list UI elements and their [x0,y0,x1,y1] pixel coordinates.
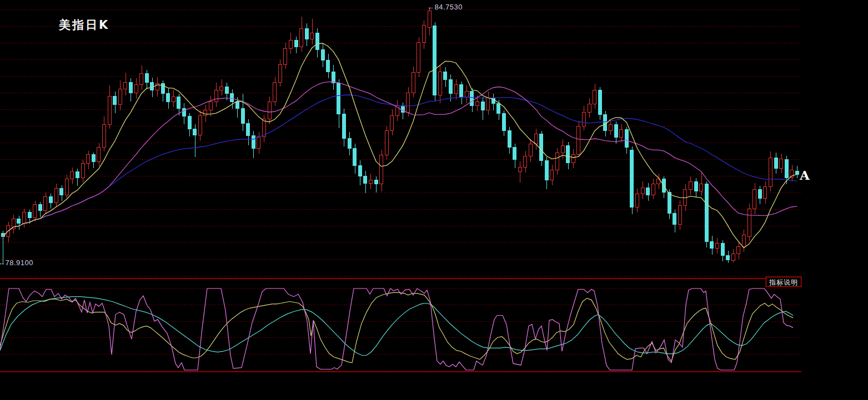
highest-price-marker: ←84.7530 [427,3,463,11]
main-gridlines [0,10,801,276]
point-a-annotation: A [800,168,810,183]
sub-gridlines [0,289,801,355]
chart-canvas[interactable] [0,0,868,400]
panel-separators [0,279,801,372]
kdj-k-line [0,292,793,362]
trading-chart-window: 美指日K ←84.7530 ←78.9100 A 指标说明 [0,0,868,400]
lowest-price-marker: ←78.9100 [0,259,33,267]
kdj-j-line [0,288,793,370]
indicator-description-button[interactable]: 指标说明 [766,277,801,287]
page-title: 美指日K [59,17,109,33]
